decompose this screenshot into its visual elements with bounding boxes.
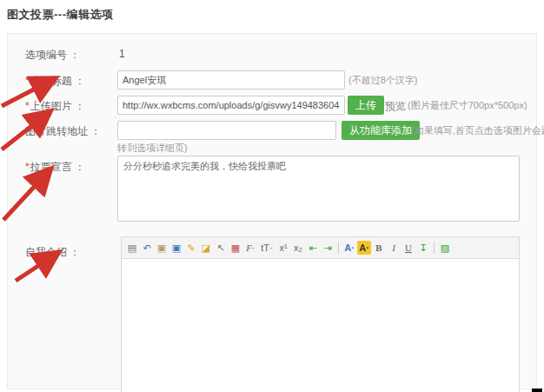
- add-from-library-button[interactable]: 从功能库添加: [342, 121, 420, 140]
- jump-url-input[interactable]: [117, 121, 336, 140]
- rich-text-editor: ▤ ↶ ▣ ▣ ✎ ◪ ↖ ▦ F· tT· x¹ x₂ ⇤ ⇥ A· A· B…: [121, 236, 520, 392]
- option-number-value: 1: [119, 48, 125, 60]
- upload-image-label: *上传图片 ：: [25, 99, 85, 114]
- font-style-icon[interactable]: F·: [243, 241, 257, 255]
- bold-icon[interactable]: B: [372, 241, 386, 255]
- image-icon[interactable]: ▨: [438, 241, 452, 255]
- declaration-label: *拉票宣言 ：: [25, 160, 85, 175]
- underline-icon[interactable]: U: [401, 241, 415, 255]
- required-asterisk: *: [25, 100, 30, 112]
- toolbar-separator: [434, 242, 435, 254]
- bg-color-icon[interactable]: A·: [357, 241, 371, 255]
- declaration-textarea[interactable]: 分分秒秒追求完美的我，快给我投票吧: [117, 156, 520, 222]
- option-title-note: (不超过8个汉字): [348, 74, 417, 87]
- font-size-icon[interactable]: tT·: [258, 241, 275, 255]
- option-title-input[interactable]: [117, 70, 345, 90]
- undo-icon[interactable]: ↶: [140, 241, 154, 255]
- indent-icon[interactable]: ⇥: [321, 241, 335, 255]
- format-brush-icon[interactable]: ✎: [184, 241, 198, 255]
- option-number-label: 选项编号 ：: [25, 48, 80, 63]
- source-icon[interactable]: ▤: [125, 241, 139, 255]
- hr-icon[interactable]: ↧: [416, 241, 430, 255]
- superscript-icon[interactable]: x¹: [276, 241, 290, 255]
- toolbar-separator: [338, 242, 339, 254]
- introduction-label: 自我介绍 ：: [25, 245, 80, 260]
- jump-url-label: 图片跳转地址 ：: [25, 124, 101, 139]
- screenshot-artifact: [532, 389, 542, 392]
- select-arrow-icon[interactable]: ↖: [214, 241, 228, 255]
- required-asterisk: *: [25, 161, 30, 173]
- subscript-icon[interactable]: x₂: [291, 241, 305, 255]
- paste-word-icon[interactable]: ▣: [169, 241, 183, 255]
- jump-url-note: (如果填写,首页点击选项图片会跳转到该地址: [411, 124, 544, 137]
- upload-button[interactable]: 上传: [348, 96, 384, 115]
- font-color-icon[interactable]: A·: [342, 241, 356, 255]
- required-asterisk: *: [25, 75, 30, 87]
- outdent-icon[interactable]: ⇤: [306, 241, 320, 255]
- page: 图文投票---编辑选项 选项编号 ： 1 *选项标题 ： (不超过8个汉字) *…: [0, 0, 544, 392]
- italic-icon[interactable]: I: [387, 241, 401, 255]
- paste-icon[interactable]: ▣: [155, 241, 169, 255]
- upload-image-url-input[interactable]: [117, 96, 345, 115]
- editor-toolbar: ▤ ↶ ▣ ▣ ✎ ◪ ↖ ▦ F· tT· x¹ x₂ ⇤ ⇥ A· A· B…: [122, 237, 519, 259]
- form-panel: 选项编号 ： 1 *选项标题 ： (不超过8个汉字) *上传图片 ： 上传 预览…: [7, 33, 537, 389]
- page-title: 图文投票---编辑选项: [7, 7, 114, 23]
- upload-image-note: (图片最佳尺寸700px*500px): [408, 99, 527, 112]
- option-title-label: *选项标题 ：: [25, 74, 85, 89]
- eraser-icon[interactable]: ◪: [199, 241, 213, 255]
- editor-content-area[interactable]: [122, 259, 519, 392]
- table-icon[interactable]: ▦: [229, 241, 242, 255]
- jump-url-note-line2: 转到选项详细页): [117, 142, 188, 155]
- preview-button[interactable]: 预览: [385, 99, 406, 114]
